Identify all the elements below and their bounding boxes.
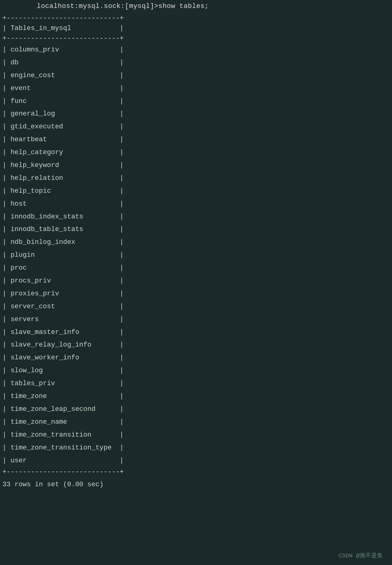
table-column-header: | Tables_in_mysql | [0,23,392,33]
table-row: | time_zone_name | [0,416,392,429]
table-row: | tables_priv | [0,377,392,390]
table-row: | time_zone_leap_second | [0,403,392,416]
table-row: | event | [0,82,392,95]
table-row: | procs_priv | [0,275,392,287]
table-row: | plugin | [0,249,392,262]
table-row: | ndb_binlog_index | [0,236,392,249]
table-row: | help_category | [0,146,392,159]
table-row: | general_log | [0,108,392,120]
table-row: | columns_priv | [0,44,392,56]
separator-top: +----------------------------+ [0,13,392,23]
table-row: | gtid_executed | [0,120,392,133]
table-row: | time_zone_transition | [0,429,392,442]
separator-bottom: +----------------------------+ [0,467,392,477]
terminal-header: localhost:mysql.sock:[mysql]>show tables… [0,0,392,12]
table-row: | engine_cost | [0,69,392,82]
table-row: | host | [0,198,392,210]
watermark: CSDN @渔不是鱼 [339,552,383,559]
table-row: | func | [0,95,392,108]
table-row: | servers | [0,313,392,326]
table-row: | innodb_table_stats | [0,223,392,236]
table-row: | time_zone_transition_type | [0,442,392,454]
table-row: | help_topic | [0,185,392,198]
table-row: | proc | [0,262,392,275]
table-row: | slave_master_info | [0,326,392,339]
table-row: | slave_worker_info | [0,351,392,364]
table-row: | innodb_index_stats | [0,210,392,223]
table-row: | slow_log | [0,364,392,377]
footer-line: 33 rows in set (0.00 sec) [0,478,392,488]
table-row: | slave_relay_log_info | [0,339,392,351]
table-row: | user | [0,454,392,467]
table-row: | server_cost | [0,300,392,313]
separator-mid: +----------------------------+ [0,33,392,44]
table-row: | help_relation | [0,172,392,185]
table-row: | db | [0,56,392,69]
table-row: | heartbeat | [0,133,392,146]
table-row: | time_zone | [0,390,392,403]
table-row: | help_keyword | [0,159,392,172]
terminal-window: localhost:mysql.sock:[mysql]>show tables… [0,0,392,565]
table-rows-container: | columns_priv || db || engine_cost || e… [0,44,392,467]
table-row: | proxies_priv | [0,287,392,300]
